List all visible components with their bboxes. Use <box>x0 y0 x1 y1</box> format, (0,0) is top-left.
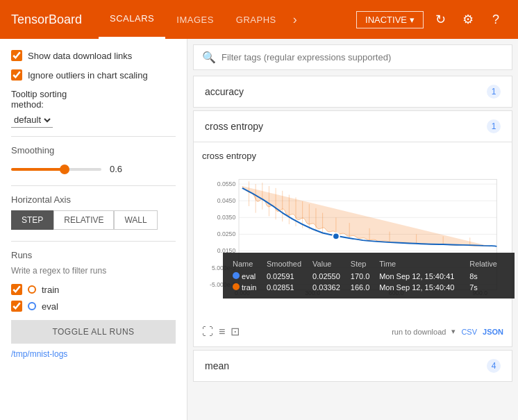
tag-cross-entropy-label: cross entropy <box>205 121 263 132</box>
run-train-label: train <box>42 285 59 295</box>
tooltip-eval-step: 170.0 <box>349 271 378 282</box>
chart-tooltip: Name Smoothed Value Step Time Relative e… <box>223 253 515 299</box>
show-data-links-checkbox[interactable] <box>11 50 22 61</box>
divider-3 <box>11 241 176 242</box>
search-icon: 🔍 <box>202 51 216 64</box>
chart-download-area: run to download ▾ CSV JSON <box>392 327 503 336</box>
tag-row-cross-entropy[interactable]: cross entropy 1 <box>193 110 512 142</box>
smoothing-value: 0.6 <box>110 164 122 174</box>
tag-mean-label: mean <box>205 360 229 371</box>
run-row-train: train <box>11 284 176 295</box>
main-layout: Show data download links Ignore outliers… <box>0 39 518 420</box>
th-smoothed: Smoothed <box>265 258 311 271</box>
settings-button[interactable]: ⚙ <box>457 8 479 31</box>
tooltip-table: Name Smoothed Value Step Time Relative e… <box>231 258 506 293</box>
run-eval-dot <box>28 302 36 310</box>
tooltip-header-row: Name Smoothed Value Step Time Relative <box>231 258 506 271</box>
tooltip-eval-smoothed: 0.02591 <box>265 271 311 282</box>
tooltip-eval-name: eval <box>231 271 265 282</box>
tag-row-accuracy[interactable]: accuracy 1 <box>193 76 512 108</box>
run-eval-label: eval <box>42 301 58 312</box>
nav-images[interactable]: IMAGES <box>165 0 225 39</box>
refresh-button[interactable]: ↻ <box>429 8 451 31</box>
runs-label: Runs <box>11 250 176 260</box>
tag-accuracy-count: 1 <box>487 85 501 99</box>
tag-accuracy-label: accuracy <box>205 86 244 97</box>
tooltip-eval-value: 0.02550 <box>311 271 349 282</box>
runs-filter-label: Write a regex to filter runs <box>11 266 176 276</box>
smoothing-slider[interactable] <box>11 168 101 171</box>
content-area: 🔍 accuracy 1 cross entropy 1 cross entro… <box>187 39 518 420</box>
sidebar: Show data download links Ignore outliers… <box>0 39 187 420</box>
tooltip-sort-label: Tooltip sortingmethod: <box>11 89 176 110</box>
tooltip-eval-time: Mon Sep 12, 15:40:41 <box>378 271 468 282</box>
tag-row-mean[interactable]: mean 4 <box>193 350 512 382</box>
axis-button-group: STEP RELATIVE WALL <box>11 210 176 230</box>
tooltip-row-eval: eval 0.02591 0.02550 170.0 Mon Sep 12, 1… <box>231 271 506 282</box>
crop-icon[interactable]: ⊡ <box>231 325 240 338</box>
chart-title: cross entropy <box>202 151 503 161</box>
tooltip-train-value: 0.03362 <box>311 282 349 293</box>
svg-text:0.0350: 0.0350 <box>217 214 236 221</box>
toggle-all-runs-button[interactable]: TOGGLE ALL RUNS <box>11 320 176 344</box>
run-to-download-label: run to download <box>392 328 446 336</box>
run-train-dot <box>28 285 36 294</box>
tooltip-sort-select-wrapper: default <box>11 112 176 128</box>
chart-card-cross-entropy: cross entropy 0.0550 0.0450 0.0350 0.025… <box>193 142 512 347</box>
tooltip-row-train: train 0.02851 0.03362 166.0 Mon Sep 12, … <box>231 282 506 293</box>
ignore-outliers-label: Ignore outliers in chart scaling <box>28 70 148 81</box>
inactive-button[interactable]: INACTIVE ▾ <box>356 11 424 28</box>
svg-text:0.0250: 0.0250 <box>217 230 236 237</box>
eval-dot-icon <box>233 272 240 279</box>
json-link[interactable]: JSON <box>483 328 503 336</box>
run-row-eval: eval <box>11 301 176 312</box>
help-button[interactable]: ? <box>485 8 507 31</box>
nav-scalars[interactable]: SCALARS <box>99 0 165 39</box>
tooltip-sort-row: Tooltip sortingmethod: default <box>11 89 176 128</box>
axis-step-button[interactable]: STEP <box>11 210 53 230</box>
filter-bar: 🔍 <box>193 44 512 70</box>
logo: TensorBoard <box>11 12 82 27</box>
show-data-links-label: Show data download links <box>28 51 132 61</box>
show-data-links-row: Show data download links <box>11 50 176 61</box>
divider-1 <box>11 136 176 137</box>
tooltip-sort-select[interactable]: default <box>11 112 53 128</box>
tooltip-train-smoothed: 0.02851 <box>265 282 311 293</box>
run-eval-checkbox[interactable] <box>11 301 22 312</box>
ignore-outliers-checkbox[interactable] <box>11 69 22 81</box>
svg-text:0.0450: 0.0450 <box>217 197 236 204</box>
th-name: Name <box>231 258 265 271</box>
tmp-path[interactable]: /tmp/mnist-logs <box>11 349 176 359</box>
train-dot-icon <box>233 283 240 290</box>
run-train-checkbox[interactable] <box>11 284 22 295</box>
th-step: Step <box>349 258 378 271</box>
th-value: Value <box>311 258 349 271</box>
chart-icon-group: ⛶ ≡ ⊡ <box>202 325 240 338</box>
chart-toolbar: ⛶ ≡ ⊡ run to download ▾ CSV JSON <box>202 325 503 338</box>
tooltip-train-name: train <box>231 282 265 293</box>
chart-area: 0.0550 0.0450 0.0350 0.0250 0.0150 5.000… <box>202 167 503 319</box>
svg-text:0.0550: 0.0550 <box>217 180 236 187</box>
smoothing-label: Smoothing <box>11 145 176 156</box>
tooltip-train-step: 166.0 <box>349 282 378 293</box>
nav-graphs[interactable]: GRAPHS <box>225 0 287 39</box>
ignore-outliers-row: Ignore outliers in chart scaling <box>11 69 176 81</box>
header: TensorBoard SCALARS IMAGES GRAPHS › INAC… <box>0 0 518 39</box>
filter-input[interactable] <box>222 52 503 62</box>
axis-relative-button[interactable]: RELATIVE <box>53 210 114 230</box>
axis-wall-button[interactable]: WALL <box>114 210 157 230</box>
csv-link[interactable]: CSV <box>461 328 477 336</box>
list-icon[interactable]: ≡ <box>219 325 225 338</box>
tooltip-train-time: Mon Sep 12, 15:40:40 <box>378 282 468 293</box>
tag-cross-entropy-count: 1 <box>487 119 501 133</box>
divider-2 <box>11 185 176 186</box>
tooltip-train-relative: 7s <box>468 282 506 293</box>
h-axis-label: Horizontal Axis <box>11 194 176 205</box>
tooltip-eval-relative: 8s <box>468 271 506 282</box>
expand-icon[interactable]: ⛶ <box>202 325 213 338</box>
th-time: Time <box>378 258 468 271</box>
nav-more-icon[interactable]: › <box>287 12 303 27</box>
smoothing-row: 0.6 <box>11 164 176 174</box>
svg-point-38 <box>333 233 340 240</box>
nav: SCALARS IMAGES GRAPHS › <box>99 0 356 39</box>
